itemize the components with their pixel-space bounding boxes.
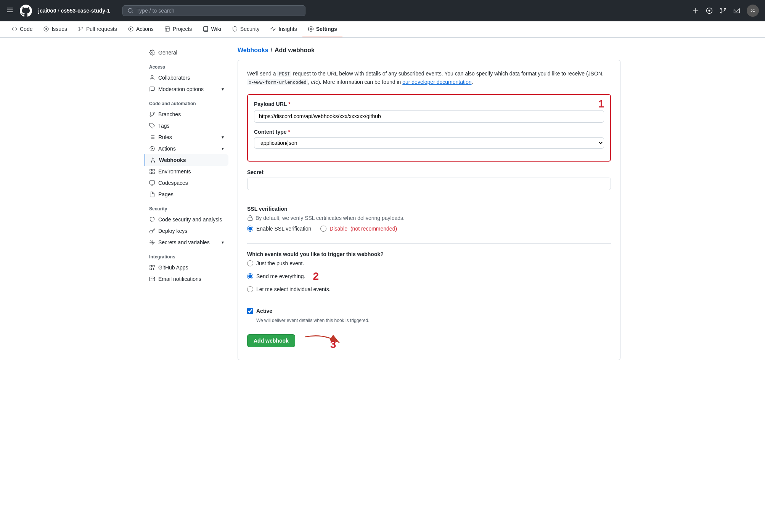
sidebar-actions-label: Actions — [158, 146, 176, 152]
event-everything-option[interactable]: Send me everything. 2 — [247, 270, 611, 282]
repo-nav: Code Issues Pull requests Actions Projec… — [0, 21, 765, 38]
sidebar-pages-label: Pages — [158, 191, 174, 197]
ssl-enable-radio[interactable] — [247, 226, 253, 232]
sidebar-item-actions[interactable]: Actions ▾ — [145, 143, 228, 154]
sidebar-item-email-notifications[interactable]: Email notifications — [145, 273, 228, 285]
events-section: Which events would you like to trigger t… — [247, 251, 611, 292]
sidebar-item-github-apps[interactable]: GitHub Apps — [145, 262, 228, 273]
sidebar-item-general[interactable]: General — [145, 47, 228, 58]
repo-name-link[interactable]: cs553-case-study-1 — [61, 8, 110, 14]
developer-docs-link[interactable]: our developer documentation — [402, 79, 471, 85]
divider-3 — [247, 300, 611, 300]
nav-code[interactable]: Code — [6, 21, 38, 37]
asterisk-icon — [149, 239, 155, 245]
nav-security[interactable]: Security — [227, 21, 265, 37]
event-everything-radio[interactable] — [247, 273, 253, 279]
ssl-disable-radio[interactable] — [320, 226, 326, 232]
sidebar-tags-label: Tags — [158, 123, 170, 129]
secret-input[interactable] — [247, 178, 611, 190]
nav-projects[interactable]: Projects — [159, 21, 198, 37]
nav-projects-label: Projects — [173, 26, 192, 32]
event-individual-radio[interactable] — [247, 286, 253, 292]
ssl-enable-label: Enable SSL verification — [256, 226, 311, 232]
svg-rect-38 — [153, 169, 154, 171]
svg-point-10 — [45, 28, 47, 30]
payload-url-required: * — [288, 101, 290, 107]
active-checkbox[interactable] — [247, 308, 253, 314]
breadcrumb: Webhooks / Add webhook — [238, 47, 620, 54]
sidebar-item-code-security[interactable]: Code security and analysis — [145, 214, 228, 225]
hamburger-menu[interactable] — [6, 6, 14, 16]
ssl-options: Enable SSL verification Disable (not rec… — [247, 226, 611, 236]
person-icon — [149, 75, 155, 81]
pull-request-icon[interactable] — [719, 7, 727, 14]
environments-icon — [149, 168, 155, 175]
divider-1 — [247, 198, 611, 198]
sidebar-section-integrations: Integrations — [145, 248, 228, 262]
svg-rect-37 — [150, 169, 152, 171]
nav-pull-requests[interactable]: Pull requests — [72, 21, 122, 37]
ssl-section: SSL verification By default, we verify S… — [247, 206, 611, 236]
svg-rect-16 — [165, 27, 170, 31]
sidebar-section-code-automation: Code and automation — [145, 95, 228, 109]
search-bar[interactable]: Type / to search — [122, 5, 305, 16]
sidebar-email-notifications-label: Email notifications — [158, 276, 201, 282]
sidebar-item-pages[interactable]: Pages — [145, 189, 228, 200]
avatar[interactable]: JC — [747, 5, 759, 17]
sidebar-item-branches[interactable]: Branches — [145, 109, 228, 120]
active-checkbox-option[interactable]: Active — [247, 308, 611, 314]
comment-icon — [149, 86, 155, 92]
annotation-1: 1 — [598, 98, 604, 110]
plus-icon[interactable] — [692, 7, 699, 14]
nav-pull-requests-label: Pull requests — [86, 26, 117, 32]
svg-rect-49 — [248, 218, 252, 220]
nav-issues[interactable]: Issues — [38, 21, 72, 37]
payload-url-input[interactable] — [254, 110, 604, 123]
events-title: Which events would you like to trigger t… — [247, 251, 611, 257]
issue-icon[interactable] — [706, 7, 713, 14]
nav-actions[interactable]: Actions — [122, 21, 159, 37]
event-individual-option[interactable]: Let me select individual events. — [247, 286, 611, 292]
sidebar-item-deploy-keys[interactable]: Deploy keys — [145, 225, 228, 237]
svg-point-21 — [151, 75, 153, 77]
repo-sep: / — [58, 8, 59, 14]
breadcrumb-current: Add webhook — [275, 47, 315, 54]
breadcrumb-webhooks-link[interactable]: Webhooks — [238, 47, 268, 54]
event-individual-label: Let me select individual events. — [256, 286, 331, 292]
sidebar-webhooks-label: Webhooks — [159, 157, 186, 163]
svg-rect-39 — [153, 172, 154, 174]
webhook-icon — [150, 157, 156, 163]
sidebar-item-secrets[interactable]: Secrets and variables ▾ — [145, 237, 228, 248]
svg-point-24 — [150, 115, 151, 117]
nav-insights[interactable]: Insights — [265, 21, 302, 37]
sidebar-item-collaborators[interactable]: Collaborators — [145, 72, 228, 83]
actions-expand-icon: ▾ — [222, 146, 224, 151]
sidebar-secrets-label: Secrets and variables — [158, 239, 210, 245]
inbox-icon[interactable] — [733, 7, 741, 14]
svg-rect-40 — [150, 172, 152, 174]
ssl-disable-option[interactable]: Disable (not recommended) — [320, 226, 397, 232]
sidebar-item-codespaces[interactable]: Codespaces — [145, 177, 228, 189]
top-bar: jcai0o0 / cs553-case-study-1 Type / to s… — [0, 0, 765, 21]
sidebar-item-tags[interactable]: Tags — [145, 120, 228, 131]
svg-point-34 — [151, 161, 152, 162]
sidebar-item-moderation[interactable]: Moderation options ▾ — [145, 83, 228, 95]
event-push-option[interactable]: Just the push event. — [247, 260, 611, 266]
content-type-select[interactable]: application/json application/x-www-form-… — [254, 137, 604, 149]
repo-owner-link[interactable]: jcai0o0 — [38, 8, 56, 14]
ssl-enable-option[interactable]: Enable SSL verification — [247, 226, 311, 232]
submit-area: Add webhook 3 — [247, 331, 611, 351]
active-label: Active — [256, 308, 272, 314]
sidebar-item-webhooks[interactable]: Webhooks — [145, 154, 228, 166]
sidebar-item-environments[interactable]: Environments — [145, 166, 228, 177]
nav-wiki-label: Wiki — [211, 26, 221, 32]
sidebar-item-rules[interactable]: Rules ▾ — [145, 131, 228, 143]
codespaces-icon — [149, 180, 155, 186]
nav-issues-label: Issues — [51, 26, 67, 32]
webhook-form-box: We'll send a POST request to the URL bel… — [238, 60, 620, 360]
nav-settings[interactable]: Settings — [302, 21, 342, 37]
event-push-radio[interactable] — [247, 260, 253, 266]
annotation-2: 2 — [313, 270, 319, 282]
nav-wiki[interactable]: Wiki — [197, 21, 226, 37]
add-webhook-button[interactable]: Add webhook — [247, 334, 295, 347]
